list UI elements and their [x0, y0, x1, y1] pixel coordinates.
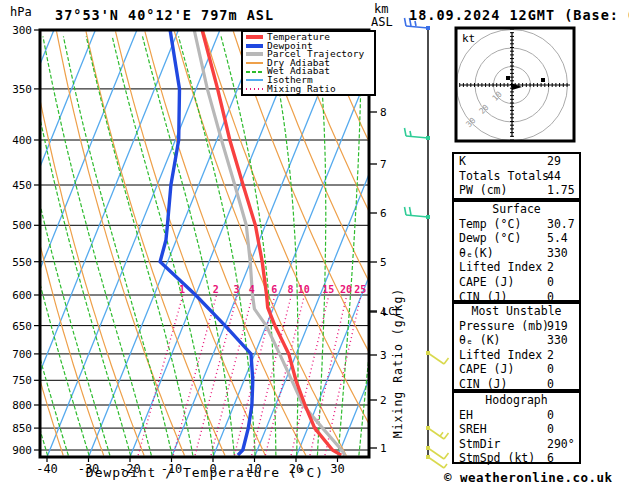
wet-adiabat-line — [7, 36, 110, 455]
stats-label: Totals Totals — [459, 169, 549, 184]
station-title: 37°53'N 40°12'E 797m ASL — [55, 7, 274, 23]
stats-value: 330 — [547, 246, 568, 261]
height-km-tick-label: 8 — [380, 106, 387, 119]
pressure-tick-label: 450 — [12, 179, 32, 192]
dry-adiabat-line — [86, 31, 225, 455]
wind-barb — [405, 128, 431, 140]
legend-swatch — [246, 85, 263, 93]
copyright-text: © weatheronline.co.uk — [444, 470, 613, 485]
stats-row: K29 — [454, 154, 579, 169]
dry-adiabat-line — [27, 31, 144, 455]
stats-value: 2 — [547, 348, 554, 363]
mixing-ratio-value-label: 25 — [354, 284, 366, 295]
stats-box: K29Totals Totals44PW (cm)1.75 — [452, 152, 581, 200]
chart-legend: TemperatureDewpointParcel TrajectoryDry … — [241, 30, 376, 96]
pressure-tick-label: 750 — [12, 374, 32, 387]
mixing-ratio-line — [195, 295, 237, 455]
stats-label: CAPE (J) — [459, 275, 514, 290]
mixing-ratio-value-label: 15 — [322, 284, 334, 295]
temperature-tick-label: -40 — [36, 462, 58, 476]
stats-value: 6 — [547, 451, 554, 466]
stats-value: 5.4 — [547, 231, 568, 246]
mixing-ratio-value-label: 1 — [179, 284, 185, 295]
height-km-tick-label: 1 — [380, 442, 387, 455]
legend-label: Mixing Ratio — [267, 85, 336, 94]
mixing-ratio-value-label: 10 — [298, 284, 310, 295]
altitude-axis-unit-km: km — [374, 2, 388, 16]
stats-label: PW (cm) — [459, 183, 507, 198]
stats-label: SREH — [459, 422, 487, 437]
temperature-tick-label: 30 — [330, 462, 344, 476]
stats-label: StmDir — [459, 437, 501, 452]
stats-value: 30.7 — [547, 217, 575, 232]
stats-row: θₑ(K)330 — [454, 246, 579, 261]
stats-value: 0 — [547, 275, 554, 290]
stats-row: PW (cm)1.75 — [454, 183, 579, 198]
pressure-tick-label: 900 — [12, 444, 32, 457]
mixing-ratio-value-label: 2 — [213, 284, 219, 295]
altitude-axis-unit-asl: ASL — [371, 15, 393, 29]
wind-barb — [405, 207, 431, 219]
stats-row: StmDir290° — [454, 437, 579, 452]
pressure-tick-label: 500 — [12, 219, 32, 232]
stats-value: 919 — [547, 319, 568, 334]
stats-label: Temp (°C) — [459, 217, 521, 232]
stats-label: K — [459, 154, 466, 169]
mixing-ratio-value-label: 3 — [233, 284, 239, 295]
datetime-title: 18.09.2024 12GMT (Base: 00) — [409, 7, 629, 23]
stats-label: Dewp (°C) — [459, 231, 521, 246]
stats-value: 0 — [547, 362, 554, 377]
stats-row: SREH0 — [454, 422, 579, 437]
stats-value: 290° — [547, 437, 575, 452]
stats-value: 0 — [547, 377, 554, 392]
wet-adiabat-line — [0, 36, 6, 455]
stats-row: θₑ (K)330 — [454, 333, 579, 348]
wind-barb — [426, 455, 447, 468]
pressure-tick-label: 350 — [12, 83, 32, 96]
wet-adiabat-line — [0, 36, 89, 455]
stats-box-title: Most Unstable — [454, 304, 579, 319]
stats-label: Pressure (mb) — [459, 319, 549, 334]
mixing-ratio-value-label: 8 — [288, 284, 294, 295]
stats-label: θₑ (K) — [459, 333, 501, 348]
stats-label: CIN (J) — [459, 377, 507, 392]
stats-value: 330 — [547, 333, 568, 348]
stats-row: Dewp (°C)5.4 — [454, 231, 579, 246]
height-km-tick-label: 7 — [380, 158, 387, 171]
legend-swatch — [246, 42, 263, 50]
stats-row: Lifted Index2 — [454, 348, 579, 363]
mixing-ratio-axis-title: Mixing Ratio (g/kg) — [391, 288, 405, 439]
wet-adiabat-line — [0, 36, 68, 455]
pressure-tick-label: 300 — [12, 24, 32, 37]
isotherm-line — [0, 30, 12, 457]
pressure-tick-label: 600 — [12, 289, 32, 302]
stats-label: Lifted Index — [459, 348, 542, 363]
stats-value: 29 — [547, 154, 561, 169]
stats-row: CAPE (J)0 — [454, 362, 579, 377]
height-km-tick-label: 5 — [380, 256, 387, 269]
mixing-ratio-line — [235, 295, 276, 455]
stats-box-title: Hodograph — [454, 393, 579, 408]
stats-row: StmSpd (kt)6 — [454, 451, 579, 466]
pressure-tick-label: 550 — [12, 256, 32, 269]
legend-item: Mixing Ratio — [246, 85, 371, 94]
wet-adiabat-line — [269, 36, 298, 455]
stats-row: Temp (°C)30.7 — [454, 217, 579, 232]
stats-box: SurfaceTemp (°C)30.7Dewp (°C)5.4θₑ(K)330… — [452, 200, 581, 302]
legend-swatch — [246, 33, 263, 41]
mixing-ratio-value-label: 6 — [271, 284, 277, 295]
stats-box: Most UnstablePressure (mb)919θₑ (K)330Li… — [452, 302, 581, 391]
height-km-tick-label: 2 — [380, 394, 387, 407]
mixing-ratio-value-label: 4 — [249, 284, 255, 295]
legend-swatch — [246, 59, 263, 67]
height-km-tick-label: 6 — [380, 207, 387, 220]
wind-barb — [426, 426, 449, 439]
stats-row: CIN (J)0 — [454, 377, 579, 392]
stats-value: 44 — [547, 169, 561, 184]
x-axis-title: Dewpoint / Temperature (°C) — [86, 465, 324, 480]
mixing-ratio-value-label: 20 — [340, 284, 352, 295]
stats-label: StmSpd (kt) — [459, 451, 535, 466]
pressure-tick-label: 850 — [12, 422, 32, 435]
stats-box-title: Surface — [454, 202, 579, 217]
stats-label: EH — [459, 408, 473, 423]
